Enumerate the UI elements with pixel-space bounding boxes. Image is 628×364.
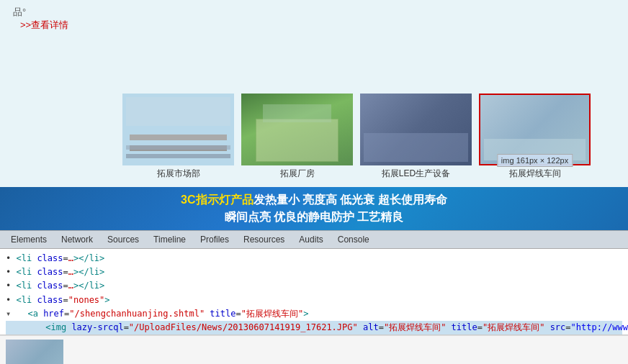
tab-sources[interactable]: Sources [100, 231, 146, 248]
devtools-toolbar: Elements Network Sources Timeline Profil… [0, 230, 628, 249]
tab-timeline[interactable]: Timeline [146, 231, 193, 248]
thumb-market: 拓展市场部 [122, 94, 234, 180]
thumb-welding-label: 拓展焊线车间 [509, 168, 561, 180]
thumb-welding: img 161px × 122px 拓展焊线车间 [479, 94, 591, 180]
code-line-3: • <li class=…></li> [6, 279, 622, 293]
top-row: 品° >>查看详情 [0, 0, 628, 90]
detail-link[interactable]: >>查看详情 [20, 19, 68, 32]
devtools-code-area: • <li class=…></li> • <li class=…></li> … [0, 249, 628, 335]
code-line-1: • <li class=…></li> [6, 252, 622, 265]
thumb-factory: 拓展LED生产设备 [360, 94, 472, 180]
banner-text: 3C指示灯产品发热量小 亮度高 低光衰 超长使用寿命 [181, 191, 447, 209]
product-label: 品° [13, 6, 68, 19]
thumb-welding-img: img 161px × 122px [479, 94, 591, 165]
banner-line2: 瞬间点亮 优良的静电防护 工艺精良 [225, 209, 404, 226]
tab-resources[interactable]: Resources [236, 231, 292, 248]
tab-network[interactable]: Network [54, 231, 100, 248]
code-line-2: • <li class=…></li> [6, 265, 622, 279]
preview-bar [0, 335, 628, 364]
thumb-factory-img [360, 94, 472, 165]
code-line-6: <img lazy-srcql="/UploadFiles/News/20130… [6, 321, 622, 335]
thumb-building-label: 拓展厂房 [280, 168, 315, 180]
thumb-building: 拓展厂房 [241, 94, 353, 180]
banner-highlight: 3C指示灯产品 [181, 194, 253, 206]
code-line-5: ▾ <a href="/shengchanhuanjing.shtml" tit… [6, 307, 622, 321]
thumbnails-row: 拓展市场部 拓展厂房 拓展LED生产设备 img 161px × 122px 拓… [0, 90, 628, 187]
thumb-building-img [241, 94, 353, 165]
tab-elements[interactable]: Elements [4, 231, 54, 248]
thumb-factory-label: 拓展LED生产设备 [382, 168, 450, 180]
tab-audits[interactable]: Audits [292, 231, 330, 248]
top-content-area: 品° >>查看详情 拓展市场部 拓展厂房 拓展LED [0, 0, 628, 187]
thumb-market-img [122, 94, 234, 165]
bottom-area: 161 × 122 pixels (Natural: 1920 × 1080 p… [0, 335, 628, 364]
tab-console[interactable]: Console [331, 231, 377, 248]
img-tooltip: img 161px × 122px [497, 154, 573, 167]
preview-thumb-img [6, 340, 63, 365]
banner: 3C指示灯产品发热量小 亮度高 低光衰 超长使用寿命 瞬间点亮 优良的静电防护 … [0, 187, 628, 230]
banner-line1-rest: 发热量小 亮度高 低光衰 超长使用寿命 [254, 194, 447, 206]
thumb-market-label: 拓展市场部 [157, 168, 200, 180]
code-line-4: • <li class="nones"> [6, 294, 622, 307]
tab-profiles[interactable]: Profiles [193, 231, 236, 248]
